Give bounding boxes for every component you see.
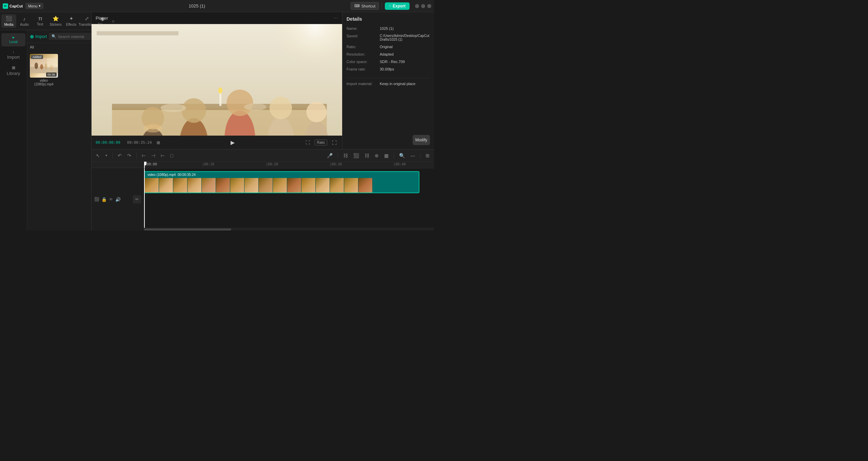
media-grid: Added 00:36 video (1080p).mp4 [27, 51, 91, 230]
video-track-icon: ⬛ [94, 197, 99, 202]
svg-point-2 [35, 62, 38, 69]
video-scene [92, 24, 342, 136]
volume-icon[interactable]: 🔊 [115, 197, 121, 202]
select-dropdown-icon[interactable]: ▾ [104, 153, 109, 158]
library-icon: ▦ [12, 65, 15, 70]
filmstrip-frame [159, 178, 173, 193]
timeline-scrollbar[interactable] [144, 228, 434, 230]
play-button[interactable]: ▶ [229, 139, 236, 146]
shortcut-label: Shortcut [361, 4, 375, 8]
eye-icon[interactable]: 👁 [109, 197, 113, 202]
tab-effects[interactable]: ✦ Effects [64, 14, 79, 28]
filmstrip-frame [244, 178, 259, 193]
track-edit-button[interactable]: ✏ [133, 195, 141, 203]
trim-right-icon[interactable]: ⊢ [159, 152, 166, 159]
center-right-area: Player ··· [92, 12, 434, 230]
filmstrip-frame [202, 178, 216, 193]
unlink-icon[interactable]: ⛓ [363, 152, 371, 159]
left-sidebar: ▶ Local ↓ Import ▦ Library ⊕ Import [0, 30, 91, 230]
fullscreen-crop-icon[interactable]: ⛶ [304, 139, 311, 146]
select-tool-icon[interactable]: ↖ [94, 152, 102, 159]
track-controls: ⬛ 🔒 👁 🔊 ✏ [92, 168, 144, 230]
project-title: 1025 (1) [46, 3, 348, 8]
detail-value-import: Keep in original place [380, 82, 430, 86]
modify-button[interactable]: Modify [413, 135, 430, 145]
stickers-tab-icon: ⭐ [53, 16, 59, 22]
link-clips-icon[interactable]: ⛓ [341, 152, 350, 159]
fit-view-icon[interactable]: ⊞ [424, 152, 431, 159]
search-box: 🔍 [49, 33, 91, 40]
minimize-button[interactable] [415, 4, 419, 8]
ruler-mark-30: |00:30 [330, 162, 342, 166]
content-header: ⊕ Import 🔍 ☰ [27, 30, 91, 43]
shortcut-button[interactable]: ⌨ Shortcut [351, 2, 379, 10]
scrollbar-thumb[interactable] [144, 228, 231, 230]
import-plus-icon: ⊕ [30, 34, 34, 39]
transitions-tab-icon: ⤢ [85, 16, 89, 22]
keyboard-icon: ⌨ [354, 4, 360, 8]
nav-tabs: ⬛ Media ♪ Audio TI Text ⭐ Stickers ✦ Eff… [0, 12, 91, 30]
lock-icon[interactable]: 🔒 [101, 197, 107, 202]
tab-media[interactable]: ⬛ Media [1, 14, 16, 28]
export-button[interactable]: ↑ Export [385, 2, 410, 10]
tab-text[interactable]: TI Text [33, 15, 47, 27]
close-button[interactable] [427, 4, 431, 8]
delete-tool-icon[interactable]: □ [169, 152, 175, 159]
fullscreen-icon[interactable]: ⛶ [331, 139, 338, 146]
sidebar-item-local[interactable]: ▶ Local [1, 33, 25, 46]
undo-button[interactable]: ↶ [116, 152, 123, 159]
svg-rect-6 [47, 58, 58, 68]
media-item[interactable]: Added 00:36 video (1080p).mp4 [30, 54, 58, 228]
redo-button[interactable]: ↷ [125, 152, 133, 159]
detail-label-ratio: Ratio: [347, 45, 377, 49]
split-tool-icon[interactable]: ⊢ [140, 152, 147, 159]
zoom-slider-icon[interactable]: — [409, 152, 417, 159]
local-dot-icon: ▶ [13, 36, 15, 39]
filmstrip-frame [358, 178, 373, 193]
sidebar-item-import[interactable]: ↓ Import [1, 47, 25, 62]
export-icon: ↑ [389, 4, 391, 8]
align-icon[interactable]: ⊕ [373, 152, 380, 159]
filmstrip-frame [273, 178, 287, 193]
player-panel: Player ··· [92, 12, 342, 149]
media-filename: video (1080p).mp4 [30, 79, 58, 86]
detail-row-import: Import material: Keep in original place [347, 82, 430, 86]
filmstrip-frame [301, 178, 316, 193]
ratio-button[interactable]: Ratio [315, 140, 327, 145]
app-name: CapCut [9, 4, 23, 8]
search-input[interactable] [58, 35, 91, 39]
window-controls [415, 4, 431, 8]
filmstrip-frame [216, 178, 230, 193]
search-icon: 🔍 [52, 34, 56, 39]
menu-button[interactable]: Menu ▾ [25, 3, 43, 9]
maximize-button[interactable] [421, 4, 425, 8]
tab-text-label: Text [37, 22, 43, 26]
filmstrip [145, 178, 419, 193]
filmstrip-frame [316, 178, 330, 193]
tab-stickers[interactable]: ⭐ Stickers [48, 14, 63, 28]
caption-icon[interactable]: ▦ [382, 152, 390, 159]
filmstrip-frame [230, 178, 244, 193]
sidebar-item-library[interactable]: ▦ Library [1, 63, 25, 79]
filmstrip-frame [330, 178, 344, 193]
details-divider [347, 78, 430, 78]
media-thumbnail: Added 00:36 [30, 54, 58, 78]
video-track[interactable]: video (1080p).mp4 00:00:35:24 [144, 171, 419, 193]
detail-value-saved: C:/Users/Admin/Desktop/CapCut Drafts/102… [380, 34, 430, 41]
trim-left-icon[interactable]: ⊣ [150, 152, 157, 159]
mic-icon[interactable]: 🎤 [325, 152, 334, 159]
text-tab-icon: TI [38, 16, 42, 21]
tab-audio[interactable]: ♪ Audio [17, 15, 32, 28]
filmstrip-frame [344, 178, 358, 193]
player-menu-icon[interactable]: ··· [334, 15, 338, 21]
ruler-mark-40: |00:40 [393, 162, 406, 166]
zoom-out-icon[interactable]: 🔍 [397, 152, 407, 159]
import-button[interactable]: ⊕ Import [30, 34, 47, 39]
player-area[interactable] [92, 24, 342, 136]
detail-row-framerate: Frame rate: 30.00fps [347, 67, 430, 71]
grid-view-icon[interactable]: ⊞ [155, 140, 161, 146]
detail-row-name: Name: 1025 (1) [347, 26, 430, 31]
main-track-icon[interactable]: ⬛ [352, 152, 361, 159]
logo: ✂ CapCut [3, 3, 23, 9]
track-name-label: video (1080p).mp4 00:00:35:24 [147, 173, 196, 177]
